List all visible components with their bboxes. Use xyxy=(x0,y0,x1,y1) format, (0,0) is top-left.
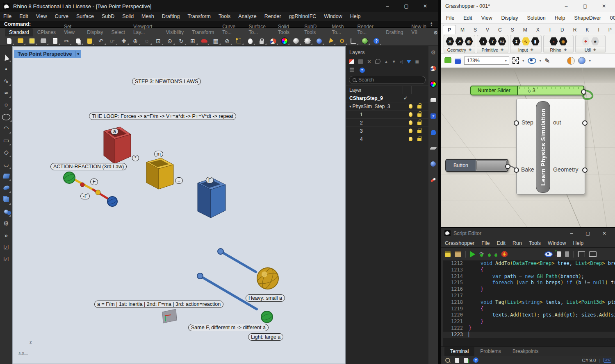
sidebar-grip[interactable]: ···· xyxy=(2,47,10,50)
gh-category-tab-1-m[interactable]: M xyxy=(456,25,469,34)
toolbar-tab-visibility[interactable]: Visibility xyxy=(162,28,188,36)
paste-icon[interactable] xyxy=(84,37,94,45)
palette-group-expand-icon[interactable]: ✚ xyxy=(593,48,597,52)
se-tab-problems[interactable]: Problems xyxy=(474,347,507,356)
gh-menu-shapediver[interactable]: ShapeDiver xyxy=(574,15,601,21)
open-file-icon[interactable] xyxy=(16,37,25,45)
gh-category-tab-3-v[interactable]: V xyxy=(481,25,494,34)
layer-lock-icon[interactable] xyxy=(417,113,421,117)
toolbar-tab-curve-to-[interactable]: Curve To... xyxy=(218,23,244,36)
step-into-icon[interactable]: ↓ xyxy=(488,252,491,256)
layers-menu-hamburger-icon[interactable]: ☰ xyxy=(349,67,355,73)
se-preview-eye-icon[interactable] xyxy=(544,251,553,257)
toolbar-tab-transform[interactable]: Transform xyxy=(188,28,218,36)
rhino-menu-subd[interactable]: SubD xyxy=(102,14,114,19)
toolbar-tab-set-view[interactable]: Set View xyxy=(60,23,83,36)
palette-group-label[interactable]: Input✚ xyxy=(510,47,541,53)
duplicate-layer-icon[interactable] xyxy=(375,59,380,64)
light-icon[interactable] xyxy=(245,37,255,45)
gh-menu-edit[interactable]: Edit xyxy=(463,15,472,21)
component-name-capsule[interactable]: Learn Physics Simulation xyxy=(536,101,550,193)
toolbar-tab-solid-tools[interactable]: Solid Tools xyxy=(274,23,300,36)
layer-lock-icon[interactable] xyxy=(417,138,421,141)
hex-xform-icon[interactable]: ✕ xyxy=(446,37,454,46)
gh-menu-help[interactable]: Help xyxy=(555,15,565,21)
code-language-icon[interactable]: <> xyxy=(604,358,611,363)
zoom-dynamic-icon[interactable]: ◌ xyxy=(142,37,152,45)
gh-category-tab-5-s[interactable]: S xyxy=(506,25,519,34)
zoom-level-select[interactable]: 173% ▾ xyxy=(464,57,509,65)
rhino-menu-edit[interactable]: Edit xyxy=(19,14,28,19)
checkbox-icon[interactable]: ☑ xyxy=(1,253,11,265)
cplane-icon[interactable]: ⊘ xyxy=(222,37,232,45)
diff-changes-icon[interactable]: +− xyxy=(557,251,561,257)
layer-lock-icon[interactable] xyxy=(417,130,421,133)
gh-maximize-button[interactable]: ▢ xyxy=(576,0,594,12)
code-editor[interactable]: 1212 void AddTo(DataTree<Brep> tree, Lis… xyxy=(441,260,615,346)
viewport[interactable]: Two Point Perspective ▾ STEP 3: NEWTON'S… xyxy=(12,46,346,364)
layer-expander-icon[interactable]: ▾ xyxy=(349,104,351,109)
palette-group-label[interactable]: Rhino✚ xyxy=(544,47,573,53)
status-help-icon[interactable]: ? xyxy=(473,357,478,363)
osnap-icon[interactable] xyxy=(234,37,244,45)
rhino-menu-analyze[interactable]: Analyze xyxy=(238,14,256,19)
gh-category-tab-10-r[interactable]: R xyxy=(569,25,581,34)
render-mesh-sphere-icon[interactable] xyxy=(303,37,312,45)
cherry-picker-icon[interactable]: ⚘ xyxy=(581,37,590,46)
zoom-extents-icon[interactable]: ✕ xyxy=(512,57,519,64)
fillet-curve-icon[interactable]: ◡ xyxy=(1,158,11,170)
sphere-tools-icon[interactable] xyxy=(1,206,11,217)
rhino-menu-file[interactable]: File xyxy=(3,14,11,19)
output-geometry[interactable]: Geometry xyxy=(553,166,578,173)
gh-category-tab-4-c[interactable]: C xyxy=(494,25,506,34)
delete-layer-icon[interactable]: ✕ xyxy=(367,59,371,65)
gh-menu-view[interactable]: View xyxy=(481,15,492,21)
slider-output-nub[interactable] xyxy=(581,89,586,95)
rotate-camera-icon[interactable]: ↻ xyxy=(176,37,186,45)
slider-handle[interactable]: ◇ 3 xyxy=(528,88,535,93)
zoom-selected-icon[interactable]: ⊙ xyxy=(165,37,175,45)
layers-help-icon[interactable]: ? xyxy=(360,68,365,73)
rhino-menu-help[interactable]: Help xyxy=(350,14,361,19)
se-close-button[interactable]: ✕ xyxy=(596,228,613,239)
save-icon[interactable] xyxy=(27,37,37,45)
cut-icon[interactable]: ✂ xyxy=(61,37,71,45)
layer-row-1[interactable]: 1 xyxy=(346,111,428,119)
se-menu-tools[interactable]: Tools xyxy=(529,240,541,246)
hex-boolean-icon[interactable]: ◑ xyxy=(479,37,487,46)
layer-grid-icon[interactable]: ▦ xyxy=(415,59,419,64)
minimize-button[interactable]: – xyxy=(378,0,397,12)
gh-menu-solution[interactable]: Solution xyxy=(527,15,546,21)
layer-visibility-bulb-icon[interactable] xyxy=(409,104,412,109)
new-file-icon[interactable] xyxy=(4,37,14,45)
layer-visibility-bulb-icon[interactable] xyxy=(409,137,412,141)
gh-category-tab-13-p[interactable]: P xyxy=(604,25,615,34)
help-tab-icon[interactable]: ? xyxy=(430,113,437,120)
rhino-menu-transform[interactable]: Transform xyxy=(187,14,211,19)
hex-number-icon[interactable]: 0.1 xyxy=(498,37,506,46)
shaded-sphere-icon[interactable] xyxy=(291,37,301,45)
layer-row-CSharpStep_9[interactable]: CSharpStep_9✓ xyxy=(346,94,428,102)
lock-icon[interactable] xyxy=(257,37,266,45)
help-icon[interactable]: ? xyxy=(371,37,381,45)
button-component[interactable]: Button xyxy=(445,159,508,172)
circle-icon[interactable]: ○ xyxy=(1,99,11,111)
toolbar-tab-cplanes[interactable]: CPlanes xyxy=(33,28,60,36)
shaded-preview-ball-icon[interactable] xyxy=(567,57,575,65)
gears-settings-icon[interactable]: ⚙ xyxy=(337,37,347,45)
se-menu-help[interactable]: Help xyxy=(573,240,584,246)
se-menu-window[interactable]: Window xyxy=(548,240,566,246)
out-output-nub[interactable] xyxy=(582,120,588,126)
status-new-file-icon[interactable] xyxy=(455,358,459,363)
se-tab-breakpoints[interactable]: Breakpoints xyxy=(507,347,544,356)
preview-eye-icon[interactable] xyxy=(528,58,536,64)
se-tab-terminal[interactable]: Terminal xyxy=(444,347,474,356)
viewport-title-tab[interactable]: Two Point Perspective ▾ xyxy=(14,50,81,58)
box-icon[interactable] xyxy=(1,194,11,206)
gh-menu-display[interactable]: Display xyxy=(501,15,518,21)
layer-visibility-bulb-icon[interactable] xyxy=(409,129,412,133)
tree-util-icon[interactable]: ♣ xyxy=(591,37,599,46)
filter-funnel-icon[interactable] xyxy=(406,60,411,63)
preview-chevron-icon[interactable]: ▾ xyxy=(540,59,542,63)
document-icon[interactable] xyxy=(565,251,569,257)
